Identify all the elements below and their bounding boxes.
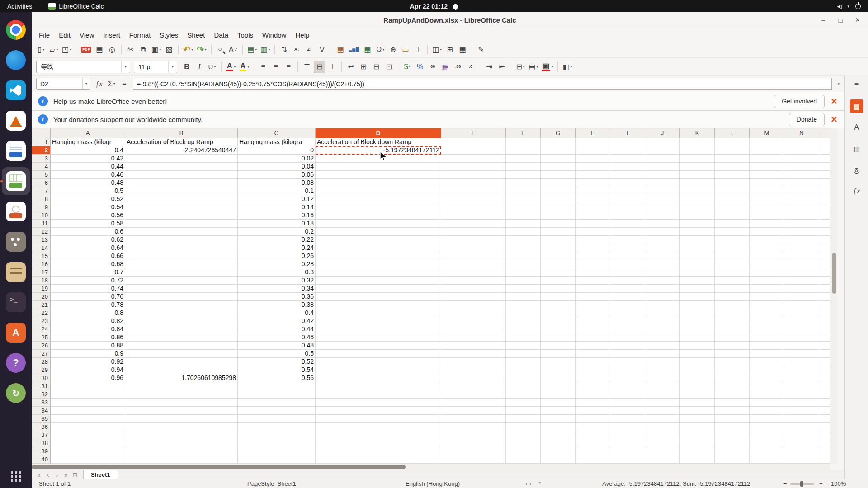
- cell-I7[interactable]: [610, 187, 645, 195]
- cell-N33[interactable]: [784, 399, 819, 407]
- cell-J36[interactable]: [645, 423, 680, 431]
- cell-N25[interactable]: [784, 333, 819, 342]
- format-as-date-button[interactable]: ▦: [439, 61, 451, 73]
- cell-E36[interactable]: [441, 423, 506, 431]
- cell-A3[interactable]: 0.42: [51, 155, 125, 163]
- cell-D9[interactable]: [316, 203, 441, 211]
- cell-D15[interactable]: [316, 252, 441, 260]
- row-header-8[interactable]: 8: [32, 195, 51, 203]
- cell-E38[interactable]: [441, 439, 506, 447]
- cell-C24[interactable]: 0.44: [238, 325, 316, 333]
- cell-B2[interactable]: -2.2404726540447: [125, 146, 238, 155]
- cell-I5[interactable]: [610, 171, 645, 179]
- row-header-40[interactable]: 40: [32, 455, 51, 464]
- cell-I26[interactable]: [610, 342, 645, 350]
- cell-K31[interactable]: [680, 382, 715, 390]
- cell-L10[interactable]: [715, 211, 750, 220]
- cell-M26[interactable]: [750, 342, 784, 350]
- cell-M5[interactable]: [750, 171, 784, 179]
- cell-A18[interactable]: 0.72: [51, 277, 125, 285]
- align-left-button[interactable]: ≡: [257, 61, 269, 73]
- cell-N31[interactable]: [784, 382, 819, 390]
- cell-H30[interactable]: [576, 374, 610, 382]
- cell-J19[interactable]: [645, 285, 680, 293]
- cell-A24[interactable]: 0.84: [51, 325, 125, 333]
- cell-G7[interactable]: [541, 187, 576, 195]
- cell-I23[interactable]: [610, 317, 645, 325]
- menu-view[interactable]: View: [75, 30, 99, 40]
- ubuntu-software-launcher[interactable]: [2, 319, 30, 347]
- row-header-3[interactable]: 3: [32, 155, 51, 163]
- cell-D12[interactable]: [316, 228, 441, 236]
- libreoffice-writer-launcher[interactable]: [2, 137, 30, 165]
- row-header-26[interactable]: 26: [32, 342, 51, 350]
- cell-C14[interactable]: 0.24: [238, 244, 316, 252]
- save-button[interactable]: ◳▾: [61, 43, 73, 56]
- cell-D13[interactable]: [316, 236, 441, 244]
- cell-L36[interactable]: [715, 423, 750, 431]
- cell-H23[interactable]: [576, 317, 610, 325]
- cell-K21[interactable]: [680, 301, 715, 309]
- next-sheet-button[interactable]: ›: [52, 471, 61, 479]
- cell-F4[interactable]: [506, 163, 541, 171]
- cell-C36[interactable]: [238, 423, 316, 431]
- cell-L13[interactable]: [715, 236, 750, 244]
- cell-G13[interactable]: [541, 236, 576, 244]
- navigator-deck-button[interactable]: ◎: [850, 163, 863, 177]
- export-pdf-button[interactable]: PDF: [80, 43, 93, 56]
- row-header-29[interactable]: 29: [32, 366, 51, 374]
- cell-G8[interactable]: [541, 195, 576, 203]
- row-header-19[interactable]: 19: [32, 285, 51, 293]
- highlighting-color-button[interactable]: A▾: [238, 61, 251, 73]
- cell-D17[interactable]: [316, 268, 441, 277]
- cell-C27[interactable]: 0.5: [238, 350, 316, 358]
- cell-D5[interactable]: [316, 171, 441, 179]
- cell-G3[interactable]: [541, 155, 576, 163]
- border-color-button[interactable]: ▣▾: [540, 61, 554, 73]
- cell-H31[interactable]: [576, 382, 610, 390]
- cell-K33[interactable]: [680, 399, 715, 407]
- cell-M24[interactable]: [750, 325, 784, 333]
- cell-H13[interactable]: [576, 236, 610, 244]
- cell-L4[interactable]: [715, 163, 750, 171]
- cell-E24[interactable]: [441, 325, 506, 333]
- row-header-21[interactable]: 21: [32, 301, 51, 309]
- cell-J21[interactable]: [645, 301, 680, 309]
- cell-A8[interactable]: 0.52: [51, 195, 125, 203]
- cell-F20[interactable]: [506, 293, 541, 301]
- cell-I40[interactable]: [610, 455, 645, 464]
- cell-H38[interactable]: [576, 439, 610, 447]
- cell-C32[interactable]: [238, 390, 316, 399]
- cell-H19[interactable]: [576, 285, 610, 293]
- cell-M40[interactable]: [750, 455, 784, 464]
- cell-F7[interactable]: [506, 187, 541, 195]
- cell-E27[interactable]: [441, 350, 506, 358]
- cell-H32[interactable]: [576, 390, 610, 399]
- cell-K30[interactable]: [680, 374, 715, 382]
- cell-J25[interactable]: [645, 333, 680, 342]
- cell-M36[interactable]: [750, 423, 784, 431]
- cell-D3[interactable]: [316, 155, 441, 163]
- cell-E35[interactable]: [441, 415, 506, 423]
- cell-K24[interactable]: [680, 325, 715, 333]
- cell-K26[interactable]: [680, 342, 715, 350]
- cell-N24[interactable]: [784, 325, 819, 333]
- cell-B6[interactable]: [125, 179, 238, 187]
- cell-J29[interactable]: [645, 366, 680, 374]
- cell-B28[interactable]: [125, 358, 238, 366]
- row-header-39[interactable]: 39: [32, 447, 51, 455]
- cell-J1[interactable]: [645, 138, 680, 146]
- merge-cells-button[interactable]: ⊟: [370, 61, 382, 73]
- cell-J24[interactable]: [645, 325, 680, 333]
- cell-B9[interactable]: [125, 203, 238, 211]
- cell-E18[interactable]: [441, 277, 506, 285]
- cell-G10[interactable]: [541, 211, 576, 220]
- cell-B4[interactable]: [125, 163, 238, 171]
- row-header-37[interactable]: 37: [32, 431, 51, 439]
- cell-K7[interactable]: [680, 187, 715, 195]
- cell-D35[interactable]: [316, 415, 441, 423]
- cell-N1[interactable]: [784, 138, 819, 146]
- cell-E31[interactable]: [441, 382, 506, 390]
- cell-E37[interactable]: [441, 431, 506, 439]
- cell-G36[interactable]: [541, 423, 576, 431]
